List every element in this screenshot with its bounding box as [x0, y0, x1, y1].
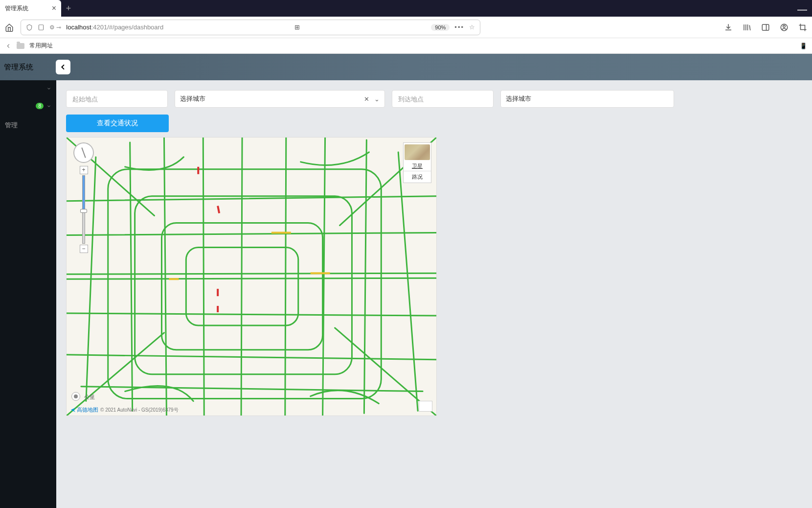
controls-row: 选择城市 ✕ ⌄ 选择城市	[66, 90, 802, 108]
sidebar-icon[interactable]	[761, 23, 770, 32]
mobile-bookmarks-icon[interactable]: 📱	[800, 43, 807, 49]
map[interactable]: + − 卫星 路况 公里 高德地图 © 2021 AutoNavi - GS(2…	[66, 137, 437, 416]
map-locate-button[interactable]	[71, 392, 80, 401]
account-icon[interactable]	[780, 23, 789, 32]
url-field[interactable]: ⚙ ⊸ localhost:4201/#/pages/dashboard ⊞ 9…	[21, 20, 480, 35]
select-value: 选择城市	[180, 94, 205, 103]
qr-icon[interactable]: ⊞	[294, 23, 300, 31]
browser-tab[interactable]: 管理系统 ×	[0, 0, 61, 17]
sidebar-item-2[interactable]: 8	[0, 97, 56, 115]
map-scale-label: 公里	[84, 393, 95, 401]
view-traffic-button[interactable]: 查看交通状况	[66, 115, 169, 132]
browser-tab-bar: 管理系统 × + —	[0, 0, 812, 17]
bookmark-star-icon[interactable]: ☆	[469, 23, 475, 31]
zoom-level[interactable]: 90%	[431, 24, 450, 31]
zoom-slider[interactable]	[82, 175, 85, 244]
chevron-down-icon[interactable]: ⌄	[374, 95, 380, 103]
more-icon[interactable]: •••	[454, 23, 464, 31]
map-tool-button[interactable]	[419, 401, 432, 412]
sidebar: 8 管理	[0, 80, 56, 508]
svg-rect-1	[762, 24, 769, 30]
permission-icon: ⚙ ⊸	[49, 24, 61, 31]
sidebar-item-manage[interactable]: 管理	[0, 115, 56, 136]
url-text: localhost:4201/#/pages/dashboard	[66, 23, 163, 31]
bookmark-folder[interactable]: 常用网址	[29, 42, 53, 50]
amap-logo: 高德地图	[70, 406, 98, 414]
chevron-down-icon	[46, 104, 51, 109]
bookmarks-bar: 常用网址 📱	[0, 38, 812, 54]
zoom-handle[interactable]	[80, 209, 87, 213]
map-compass[interactable]	[73, 142, 94, 163]
end-city-select[interactable]: 选择城市	[500, 90, 674, 108]
page-icon	[38, 24, 45, 31]
sidebar-badge: 8	[36, 103, 44, 109]
folder-icon	[17, 43, 24, 49]
app-header: 管理系统	[0, 54, 812, 80]
end-location-input[interactable]	[392, 90, 494, 108]
map-attribution: 高德地图 © 2021 AutoNavi - GS(2019)6379号	[70, 406, 179, 414]
start-city-select[interactable]: 选择城市 ✕ ⌄	[175, 90, 385, 108]
svg-rect-0	[39, 24, 43, 30]
sidebar-item-label: 管理	[5, 121, 18, 130]
shield-icon	[26, 24, 33, 31]
svg-rect-7	[108, 169, 382, 399]
select-value: 选择城市	[506, 94, 531, 103]
zoom-in-button[interactable]: +	[80, 166, 88, 174]
sidebar-collapse-button[interactable]	[56, 60, 70, 74]
zoom-out-button[interactable]: −	[80, 245, 88, 253]
download-icon[interactable]	[724, 23, 733, 32]
url-bar: ⚙ ⊸ localhost:4201/#/pages/dashboard ⊞ 9…	[0, 17, 812, 38]
tab-title: 管理系统	[5, 4, 28, 13]
satellite-thumbnail	[405, 144, 430, 160]
chevron-down-icon	[46, 86, 51, 91]
bookmark-back-icon[interactable]	[5, 43, 12, 49]
traffic-layer-button[interactable]: 路况	[404, 171, 431, 183]
new-tab-button[interactable]: +	[61, 0, 76, 17]
map-layer-panel: 卫星 路况	[403, 142, 431, 183]
satellite-layer-button[interactable]: 卫星	[404, 162, 431, 171]
map-zoom-control: + −	[79, 166, 88, 253]
toolbar-right	[724, 23, 807, 32]
crop-icon[interactable]	[798, 23, 807, 32]
start-location-input[interactable]	[66, 90, 168, 108]
map-copyright: © 2021 AutoNavi - GS(2019)6379号	[100, 407, 179, 414]
tab-close-icon[interactable]: ×	[52, 4, 56, 13]
svg-point-3	[783, 25, 786, 27]
map-roads	[67, 138, 436, 416]
library-icon[interactable]	[743, 23, 751, 32]
window-minimize-icon[interactable]: —	[797, 4, 807, 15]
sidebar-item-1[interactable]	[0, 80, 56, 97]
main-content: 选择城市 ✕ ⌄ 选择城市 查看交通状况	[56, 80, 812, 508]
clear-icon[interactable]: ✕	[364, 95, 369, 103]
app-title: 管理系统	[2, 63, 33, 72]
home-icon[interactable]	[5, 23, 14, 32]
